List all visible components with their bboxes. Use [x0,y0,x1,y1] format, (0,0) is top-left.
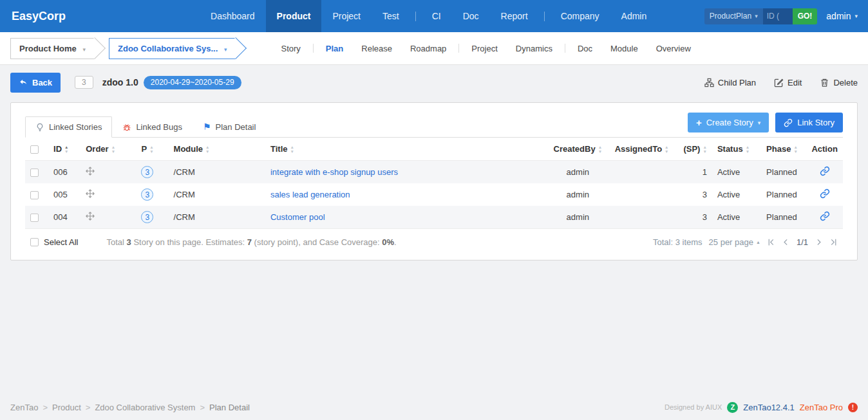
caret-down-icon: ▾ [854,13,858,19]
link-icon [784,118,793,127]
edit-button[interactable]: Edit [774,78,802,87]
drag-handle-icon[interactable] [86,189,95,198]
tab-plan-detail[interactable]: ⚑ Plan Detail [193,116,266,138]
footer-link-zentao[interactable]: ZenTao [10,403,38,412]
unlink-story-icon[interactable] [820,166,830,176]
menu-divider [313,44,314,53]
plan-actions: Child Plan Edit Delete [704,78,858,87]
nav-doc[interactable]: Doc [452,0,490,32]
col-sp[interactable]: (SP)▲▼ [676,138,712,161]
story-sp: 3 [676,183,712,206]
story-id: 004 [48,206,80,228]
zentao-logo-icon: Z [727,402,738,413]
breadcrumb-product-name[interactable]: Zdoo Collaborative Sys... ▾ [109,38,236,59]
col-module[interactable]: Module▲▼ [169,138,265,161]
menu-story[interactable]: Story [272,44,309,53]
story-title-link[interactable]: sales lead generation [270,190,350,199]
user-name: admin [826,11,851,21]
col-order[interactable]: Order▲▼ [80,138,136,161]
select-all-label[interactable]: Select All [44,237,78,247]
tab-linked-bugs[interactable]: Linked Bugs [112,116,193,138]
nav-test[interactable]: Test [372,0,410,32]
unlink-story-icon[interactable] [820,188,830,199]
select-all-header-checkbox[interactable] [30,145,39,154]
breadcrumb-product-home[interactable]: Product Home ▾ [10,38,95,59]
caret-down-icon: ▾ [755,13,758,19]
story-id: 005 [48,183,80,206]
product-menu: Story Plan Release Roadmap Project Dynam… [272,44,699,53]
footer-link-product[interactable]: Product [52,403,81,412]
col-status[interactable]: Status▲▼ [712,138,761,161]
menu-dynamics[interactable]: Dynamics [507,44,561,53]
col-phase[interactable]: Phase▲▼ [761,138,806,161]
story-assignedto [607,161,675,184]
menu-project[interactable]: Project [462,44,506,53]
child-plan-button[interactable]: Child Plan [704,78,756,87]
nav-ci[interactable]: CI [421,0,452,32]
last-page-button[interactable] [829,238,838,246]
link-story-button[interactable]: Link Story [775,113,843,132]
user-menu[interactable]: admin ▾ [826,11,858,21]
row-checkbox[interactable] [30,191,39,199]
breadcrumb-label: Zdoo Collaborative Sys... [118,44,218,53]
select-all-checkbox[interactable] [30,238,39,246]
story-sp: 1 [676,161,712,184]
trash-icon [820,78,829,87]
footer-link-product-name[interactable]: Zdoo Collaborative System [95,403,195,412]
col-createdby[interactable]: CreatedBy▲▼ [548,138,607,161]
first-page-button[interactable] [767,238,775,246]
story-title-link[interactable]: integrate with e-shop signup users [270,167,398,177]
designed-by-label: Designed by AIUX [665,403,722,411]
edit-label: Edit [788,78,802,87]
col-id[interactable]: ID▲▼ [48,138,80,161]
tab-buttons: + Create Story ▾ Link Story [688,113,843,132]
nav-report[interactable]: Report [490,0,539,32]
page-indicator: 1/1 [797,237,808,247]
col-assignedto[interactable]: AssignedTo▲▼ [607,138,675,161]
go-button[interactable]: GO! [793,8,818,24]
per-page-select[interactable]: 25 per page ▲ [709,237,760,247]
caret-down-icon: ▾ [758,120,761,126]
create-story-button[interactable]: + Create Story ▾ [688,113,769,132]
col-priority[interactable]: P▲▼ [136,138,168,161]
priority-badge: 3 [141,211,153,223]
menu-doc[interactable]: Doc [569,44,601,53]
navbar-right: ProductPlan ▾ GO! admin ▾ [704,0,868,32]
menu-plan[interactable]: Plan [317,44,352,53]
menu-module[interactable]: Module [601,44,647,53]
caret-down-icon: ▾ [224,46,227,53]
menu-overview[interactable]: Overview [647,44,700,53]
row-checkbox[interactable] [30,169,39,177]
nav-dashboard[interactable]: Dashboard [200,0,266,32]
back-button[interactable]: Back [10,73,61,93]
nav-admin[interactable]: Admin [610,0,658,32]
drag-handle-icon[interactable] [86,167,95,176]
brand-logo[interactable]: EasyCorp [0,0,77,32]
menu-roadmap[interactable]: Roadmap [401,44,455,53]
search-id-input[interactable] [763,8,793,24]
notice-badge-icon[interactable]: ! [848,403,858,412]
story-row-006: 006 3 /CRM integrate with e-shop signup … [25,161,843,184]
zentao-version-link[interactable]: ZenTao12.4.1 [743,403,795,412]
next-page-button[interactable] [815,238,823,246]
sort-icon: ▲▼ [703,145,706,154]
nav-product[interactable]: Product [266,0,322,32]
nav-project[interactable]: Project [321,0,372,32]
footer-breadcrumb: ZenTao > Product > Zdoo Collaborative Sy… [10,403,250,412]
nav-company[interactable]: Company [550,0,610,32]
story-phase: Planned [761,183,806,206]
prev-page-button[interactable] [782,238,790,246]
sort-icon: ▲▼ [793,145,797,154]
drag-handle-icon[interactable] [86,212,95,221]
delete-button[interactable]: Delete [820,78,858,87]
search-type-select[interactable]: ProductPlan ▾ [704,8,763,24]
caret-up-icon: ▲ [756,240,760,244]
col-title[interactable]: Title▲▼ [265,138,548,161]
menu-release[interactable]: Release [352,44,401,53]
zentao-pro-link[interactable]: ZenTao Pro [800,403,843,412]
unlink-story-icon[interactable] [820,211,830,221]
row-checkbox[interactable] [30,214,39,222]
story-title-link[interactable]: Customer pool [270,212,325,222]
tab-linked-stories[interactable]: Linked Stories [25,116,112,138]
breadcrumb-separator: > [42,403,48,412]
